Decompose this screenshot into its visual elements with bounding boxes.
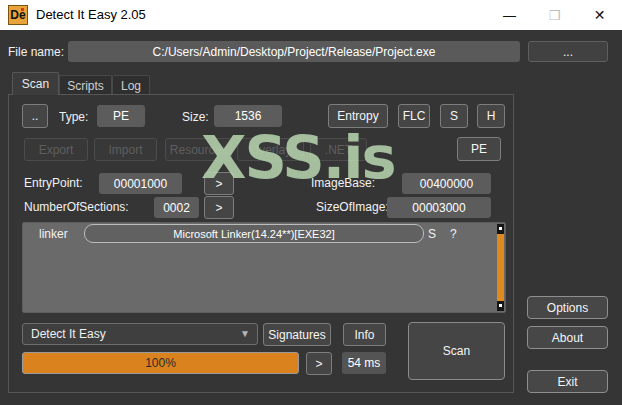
- app-icon: De: [8, 5, 28, 25]
- sizeofimage-label: SizeOfImage:: [316, 200, 389, 214]
- more-button[interactable]: >: [306, 352, 332, 375]
- s-button[interactable]: S: [440, 104, 468, 128]
- elapsed-time-field: 54 ms: [342, 352, 386, 374]
- minimize-button[interactable]: —: [487, 0, 532, 30]
- resources-button: Resources: [165, 138, 232, 161]
- tab-log[interactable]: Log: [112, 75, 150, 95]
- database-select-value: Detect It Easy: [31, 327, 106, 341]
- file-path-input[interactable]: C:/Users/Admin/Desktop/Project/Release/P…: [68, 41, 520, 62]
- options-button[interactable]: Options: [527, 296, 608, 319]
- close-icon: ✕: [594, 7, 606, 23]
- imagebase-label: ImageBase:: [311, 176, 375, 190]
- minimize-icon: —: [503, 8, 516, 23]
- numberofsections-label: NumberOfSections:: [24, 200, 129, 214]
- result-question-button[interactable]: ?: [450, 227, 457, 241]
- import-button: Import: [94, 138, 157, 161]
- size-value-field[interactable]: 1536: [214, 105, 282, 127]
- sizeofimage-value-field[interactable]: 00003000: [387, 197, 491, 218]
- numberofsections-value-field[interactable]: 0002: [154, 197, 199, 218]
- dotnet-button: .NET: [310, 138, 367, 161]
- sections-goto-button[interactable]: >: [204, 196, 234, 219]
- entrypoint-label: EntryPoint:: [24, 176, 83, 190]
- exit-button[interactable]: Exit: [527, 370, 608, 393]
- overlay-button: Overlay: [237, 138, 304, 161]
- tab-scan[interactable]: Scan: [12, 72, 59, 95]
- export-button: Export: [24, 138, 88, 161]
- tab-scripts[interactable]: Scripts: [59, 75, 112, 95]
- progress-bar: 100%: [22, 352, 299, 374]
- flc-button[interactable]: FLC: [398, 104, 430, 128]
- entrypoint-goto-button[interactable]: >: [204, 172, 234, 195]
- result-type-label: linker: [39, 227, 68, 241]
- type-label: Type:: [59, 110, 88, 124]
- scroll-down-icon[interactable]: [497, 301, 504, 311]
- imagebase-value-field[interactable]: 00400000: [402, 173, 491, 194]
- type-value-field[interactable]: PE: [97, 105, 145, 127]
- h-button[interactable]: H: [477, 104, 505, 128]
- dots-button[interactable]: ..: [22, 104, 48, 128]
- signatures-button[interactable]: Signatures: [263, 323, 331, 346]
- titlebar: De Detect It Easy 2.05 — ❒ ✕: [0, 0, 622, 30]
- info-button[interactable]: Info: [343, 323, 386, 346]
- close-button[interactable]: ✕: [577, 0, 622, 30]
- database-select[interactable]: Detect It Easy ▼: [22, 323, 258, 345]
- maximize-icon: ❒: [549, 8, 561, 23]
- scan-button[interactable]: Scan: [408, 322, 505, 380]
- chevron-down-icon: ▼: [240, 328, 250, 339]
- scroll-up-icon[interactable]: [497, 224, 504, 234]
- window-title: Detect It Easy 2.05: [36, 7, 146, 22]
- entrypoint-value-field[interactable]: 00001000: [99, 173, 182, 194]
- about-button[interactable]: About: [527, 326, 608, 349]
- browse-button[interactable]: ...: [528, 41, 608, 62]
- size-label: Size:: [182, 110, 209, 124]
- detect-it-easy-window: De Detect It Easy 2.05 — ❒ ✕ File name: …: [0, 0, 622, 405]
- file-name-label: File name:: [8, 45, 64, 59]
- maximize-button[interactable]: ❒: [532, 0, 577, 30]
- app-icon-dot: [21, 8, 24, 11]
- results-scrollbar[interactable]: [497, 224, 504, 311]
- result-s-button[interactable]: S: [428, 227, 436, 241]
- pe-button[interactable]: PE: [457, 137, 501, 161]
- result-value-field[interactable]: Microsoft Linker(14.24**)[EXE32]: [84, 224, 424, 243]
- entropy-button[interactable]: Entropy: [328, 104, 388, 128]
